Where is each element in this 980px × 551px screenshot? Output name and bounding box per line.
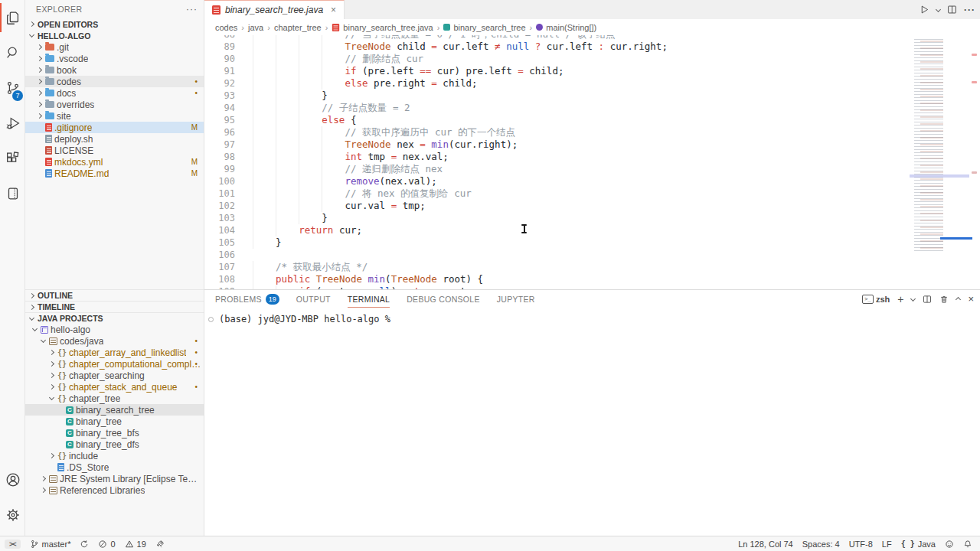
panel-tab-output[interactable]: OUTPUT: [296, 290, 331, 308]
code-line[interactable]: 96// 获取中序遍历中 cur 的下一个结点: [204, 126, 910, 139]
breadcrumb-item-main-string-[interactable]: main(String[]): [536, 23, 596, 32]
tree-item-chapter-computational-complexity[interactable]: {}chapter_computational_complexity•: [25, 358, 204, 370]
status-item-ln-128-col-74[interactable]: Ln 128, Col 74: [738, 540, 793, 549]
tree-item-codes[interactable]: codes•: [25, 76, 204, 87]
status-item-rocket[interactable]: [155, 540, 165, 549]
maximize-panel-icon[interactable]: [956, 296, 960, 302]
chevron-right-icon[interactable]: [41, 487, 46, 493]
tab-close-icon[interactable]: ×: [331, 5, 336, 15]
minimap[interactable]: [910, 35, 969, 289]
tree-item-deploy-sh[interactable]: deploy.sh: [25, 133, 204, 145]
code-line[interactable]: 101// 将 nex 的值复制给 cur: [204, 187, 910, 200]
notebook-icon[interactable]: [0, 176, 25, 211]
panel-tab-jupyter[interactable]: JUPYTER: [497, 290, 535, 308]
tree-item-referenced-libraries[interactable]: Referenced Libraries: [25, 484, 204, 496]
tree-item-chapter-stack-and-queue[interactable]: {}chapter_stack_and_queue•: [25, 381, 204, 393]
tree-item-docs[interactable]: docs•: [25, 87, 204, 99]
status-item-feedback[interactable]: [945, 540, 954, 549]
code-line[interactable]: 91if (pre.left == cur) pre.left = child;: [204, 65, 910, 77]
chevron-right-icon[interactable]: [49, 373, 54, 378]
code-line[interactable]: 89TreeNode child = cur.left ≠ null ? cur…: [204, 41, 910, 53]
terminal-dropdown-icon[interactable]: [911, 297, 915, 301]
tree-item--gitignore[interactable]: .gitignoreM: [25, 122, 204, 133]
tree-item--vscode[interactable]: .vscode: [25, 53, 204, 64]
open-editors-section[interactable]: OPEN EDITORS: [25, 18, 204, 30]
code-line[interactable]: 106: [204, 249, 910, 261]
chevron-down-icon[interactable]: [49, 395, 54, 400]
terminal-output[interactable]: (base) jyd@JYD-MBP hello-algo %: [204, 308, 980, 324]
breadcrumb-item-codes[interactable]: codes: [215, 23, 237, 32]
panel-tab-terminal[interactable]: TERMINAL: [348, 290, 390, 308]
chevron-right-icon[interactable]: [37, 90, 42, 96]
run-button[interactable]: [920, 5, 929, 15]
status-item-utf-8[interactable]: UTF-8: [849, 540, 873, 549]
status-item-bell[interactable]: [963, 540, 972, 549]
chevron-right-icon[interactable]: [49, 384, 54, 390]
status-item-warning[interactable]: 19: [125, 540, 146, 549]
status-item-braces[interactable]: { }Java: [901, 540, 936, 549]
tree-item-codes-java[interactable]: codes/java•: [25, 335, 204, 347]
chevron-right-icon[interactable]: [37, 44, 42, 50]
shell-selector[interactable]: >_ zsh: [862, 295, 890, 304]
tree-item-book[interactable]: book: [25, 64, 204, 76]
code-line[interactable]: 107/* 获取最小结点 */: [204, 261, 910, 273]
timeline-section[interactable]: TIMELINE: [25, 301, 204, 312]
status-item-error[interactable]: 0: [98, 540, 115, 549]
code-line[interactable]: 99// 递归删除结点 nex: [204, 163, 910, 175]
kill-terminal-icon[interactable]: [939, 295, 949, 304]
run-debug-icon[interactable]: [0, 106, 25, 141]
chevron-right-icon[interactable]: [49, 453, 54, 458]
code-line[interactable]: 104return cur;: [204, 224, 910, 236]
tree-item--git[interactable]: .git: [25, 41, 204, 53]
code-line[interactable]: 90// 删除结点 cur: [204, 53, 910, 65]
tree-item-readme-md[interactable]: README.mdM: [25, 168, 204, 179]
status-item-remote[interactable]: ><: [5, 540, 21, 549]
extensions-icon[interactable]: [0, 141, 25, 176]
chevron-right-icon[interactable]: [37, 67, 42, 73]
status-item-branch[interactable]: master*: [30, 540, 71, 549]
status-item-lf[interactable]: LF: [882, 540, 892, 549]
tree-item-chapter-array-and-linkedlist[interactable]: {}chapter_array_and_linkedlist•: [25, 347, 204, 358]
explorer-more-actions[interactable]: ···: [186, 4, 198, 15]
chevron-right-icon[interactable]: [37, 56, 42, 61]
code-line[interactable]: 103}: [204, 212, 910, 224]
tree-item-mkdocs-yml[interactable]: mkdocs.ymlM: [25, 156, 204, 168]
status-item-spaces-4[interactable]: Spaces: 4: [802, 540, 840, 549]
code-line[interactable]: 102cur.val = tmp;: [204, 200, 910, 212]
code-line[interactable]: 98int tmp = nex.val;: [204, 151, 910, 163]
panel-tab-problems[interactable]: PROBLEMS19: [215, 290, 279, 308]
chevron-right-icon[interactable]: [49, 361, 54, 367]
tree-item-binary-search-tree[interactable]: Cbinary_search_tree: [25, 404, 204, 416]
tree-item-binary-tree[interactable]: Cbinary_tree: [25, 416, 204, 427]
more-actions-icon[interactable]: ···: [964, 5, 975, 15]
breadcrumb-item-binary-search-tree[interactable]: binary_search_tree: [443, 23, 525, 32]
explorer-icon[interactable]: [0, 0, 25, 35]
settings-gear-icon[interactable]: [0, 497, 25, 533]
code-line[interactable]: 94// 子结点数量 = 2: [204, 102, 910, 114]
code-line[interactable]: 93}: [204, 90, 910, 102]
chevron-down-icon[interactable]: [41, 337, 46, 343]
tree-item--ds-store[interactable]: .DS_Store: [25, 461, 204, 473]
split-editor-icon[interactable]: [947, 5, 957, 15]
tree-item-overrides[interactable]: overrides: [25, 99, 204, 110]
close-panel-icon[interactable]: ×: [968, 293, 974, 305]
code-line[interactable]: 95else {: [204, 114, 910, 126]
chevron-down-icon[interactable]: [32, 326, 38, 331]
tree-item-license[interactable]: LICENSE: [25, 145, 204, 156]
chevron-right-icon[interactable]: [41, 476, 46, 481]
tree-item-binary-tree-bfs[interactable]: Cbinary_tree_bfs: [25, 427, 204, 439]
panel-tab-debug-console[interactable]: DEBUG CONSOLE: [407, 290, 480, 308]
split-terminal-icon[interactable]: [923, 295, 932, 304]
chevron-right-icon[interactable]: [49, 350, 54, 355]
tree-item-hello-algo[interactable]: hello-algo: [25, 324, 204, 335]
tree-item-jre-system-library-eclipse-temurin-17-17-[interactable]: JRE System Library [Eclipse Temurin 17 […: [25, 473, 204, 484]
chevron-right-icon[interactable]: [37, 79, 42, 84]
tree-item-binary-tree-dfs[interactable]: Cbinary_tree_dfs: [25, 439, 204, 450]
search-icon[interactable]: [0, 35, 25, 70]
code-line[interactable]: 97TreeNode nex = min(cur.right);: [204, 139, 910, 151]
breadcrumb-item-binary-search-tree-java[interactable]: binary_search_tree.java: [332, 23, 433, 32]
java-projects-section[interactable]: JAVA PROJECTS: [25, 312, 204, 324]
tree-item-chapter-searching[interactable]: {}chapter_searching: [25, 370, 204, 381]
breadcrumb-item-java[interactable]: java: [248, 23, 263, 32]
tree-item-include[interactable]: {}include: [25, 450, 204, 461]
